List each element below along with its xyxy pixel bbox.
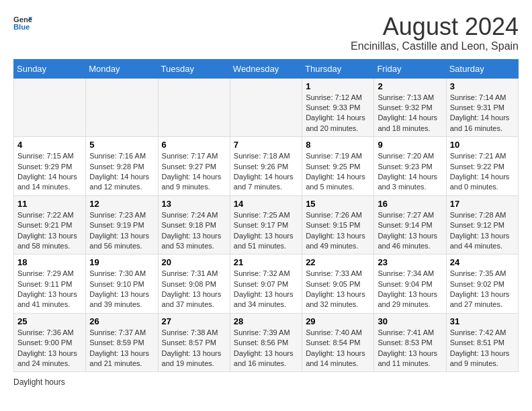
day-info: Sunrise: 7:27 AM Sunset: 9:14 PM Dayligh… [378, 210, 442, 252]
calendar-cell: 25Sunrise: 7:36 AM Sunset: 9:00 PM Dayli… [14, 313, 86, 372]
col-header-thursday: Thursday [302, 59, 374, 78]
day-info: Sunrise: 7:37 AM Sunset: 8:59 PM Dayligh… [89, 328, 154, 369]
day-number: 17 [450, 199, 515, 209]
col-header-friday: Friday [374, 59, 446, 78]
day-info: Sunrise: 7:23 AM Sunset: 9:19 PM Dayligh… [89, 210, 154, 252]
day-info: Sunrise: 7:20 AM Sunset: 9:23 PM Dayligh… [378, 151, 442, 193]
calendar-week-row: 4Sunrise: 7:15 AM Sunset: 9:29 PM Daylig… [14, 137, 519, 196]
day-info: Sunrise: 7:19 AM Sunset: 9:25 PM Dayligh… [306, 151, 370, 193]
calendar-cell [230, 78, 302, 137]
calendar-cell [14, 78, 86, 137]
col-header-sunday: Sunday [14, 59, 86, 78]
page-header: General Blue August 2024 Encinillas, Cas… [13, 13, 519, 52]
calendar-cell: 6Sunrise: 7:17 AM Sunset: 9:27 PM Daylig… [158, 137, 230, 196]
day-info: Sunrise: 7:13 AM Sunset: 9:32 PM Dayligh… [378, 93, 442, 134]
calendar-cell: 20Sunrise: 7:31 AM Sunset: 9:08 PM Dayli… [158, 255, 230, 314]
col-header-saturday: Saturday [446, 59, 518, 78]
col-header-wednesday: Wednesday [230, 59, 302, 78]
day-number: 22 [306, 257, 370, 267]
day-number: 15 [306, 199, 370, 209]
calendar-cell: 26Sunrise: 7:37 AM Sunset: 8:59 PM Dayli… [86, 313, 158, 372]
day-info: Sunrise: 7:39 AM Sunset: 8:56 PM Dayligh… [234, 328, 298, 369]
day-info: Sunrise: 7:24 AM Sunset: 9:18 PM Dayligh… [162, 210, 226, 252]
calendar-cell: 29Sunrise: 7:40 AM Sunset: 8:54 PM Dayli… [302, 313, 374, 372]
calendar-cell: 19Sunrise: 7:30 AM Sunset: 9:10 PM Dayli… [86, 255, 158, 314]
calendar-week-row: 25Sunrise: 7:36 AM Sunset: 9:00 PM Dayli… [14, 313, 519, 372]
day-info: Sunrise: 7:36 AM Sunset: 9:00 PM Dayligh… [17, 328, 82, 369]
day-info: Sunrise: 7:33 AM Sunset: 9:05 PM Dayligh… [306, 269, 370, 310]
calendar-cell: 10Sunrise: 7:21 AM Sunset: 9:22 PM Dayli… [446, 137, 518, 196]
day-info: Sunrise: 7:14 AM Sunset: 9:31 PM Dayligh… [450, 93, 515, 134]
day-number: 2 [378, 81, 442, 91]
day-number: 11 [17, 199, 82, 209]
day-number: 20 [162, 257, 226, 267]
day-number: 16 [378, 199, 442, 209]
calendar-cell: 5Sunrise: 7:16 AM Sunset: 9:28 PM Daylig… [86, 137, 158, 196]
day-number: 29 [306, 316, 370, 326]
day-number: 28 [234, 316, 298, 326]
calendar-cell: 15Sunrise: 7:26 AM Sunset: 9:15 PM Dayli… [302, 195, 374, 255]
calendar-cell: 12Sunrise: 7:23 AM Sunset: 9:19 PM Dayli… [86, 195, 158, 255]
day-number: 31 [450, 316, 515, 326]
day-number: 7 [234, 140, 298, 150]
calendar-cell: 30Sunrise: 7:41 AM Sunset: 8:53 PM Dayli… [374, 313, 446, 372]
svg-text:General: General [13, 15, 32, 24]
page-title: August 2024 [351, 13, 519, 40]
logo: General Blue [13, 13, 32, 32]
calendar-cell: 18Sunrise: 7:29 AM Sunset: 9:11 PM Dayli… [14, 255, 86, 314]
day-info: Sunrise: 7:29 AM Sunset: 9:11 PM Dayligh… [17, 269, 82, 310]
day-number: 25 [17, 316, 82, 326]
day-info: Sunrise: 7:35 AM Sunset: 9:02 PM Dayligh… [450, 269, 515, 310]
day-number: 21 [234, 257, 298, 267]
day-info: Sunrise: 7:42 AM Sunset: 8:51 PM Dayligh… [450, 328, 515, 369]
calendar-cell: 31Sunrise: 7:42 AM Sunset: 8:51 PM Dayli… [446, 313, 518, 372]
footer: Daylight hours [13, 377, 519, 387]
day-info: Sunrise: 7:38 AM Sunset: 8:57 PM Dayligh… [162, 328, 226, 369]
day-info: Sunrise: 7:28 AM Sunset: 9:12 PM Dayligh… [450, 210, 515, 252]
day-number: 6 [162, 140, 226, 150]
day-number: 4 [17, 140, 82, 150]
day-number: 19 [89, 257, 154, 267]
day-info: Sunrise: 7:18 AM Sunset: 9:26 PM Dayligh… [234, 151, 298, 193]
day-info: Sunrise: 7:34 AM Sunset: 9:04 PM Dayligh… [378, 269, 442, 310]
col-header-monday: Monday [86, 59, 158, 78]
day-number: 9 [378, 140, 442, 150]
col-header-tuesday: Tuesday [158, 59, 230, 78]
day-number: 3 [450, 81, 515, 91]
day-info: Sunrise: 7:31 AM Sunset: 9:08 PM Dayligh… [162, 269, 226, 310]
day-number: 13 [162, 199, 226, 209]
day-number: 18 [17, 257, 82, 267]
calendar-table: SundayMondayTuesdayWednesdayThursdayFrid… [13, 59, 519, 373]
day-number: 27 [162, 316, 226, 326]
calendar-cell: 9Sunrise: 7:20 AM Sunset: 9:23 PM Daylig… [374, 137, 446, 196]
day-info: Sunrise: 7:26 AM Sunset: 9:15 PM Dayligh… [306, 210, 370, 252]
calendar-week-row: 18Sunrise: 7:29 AM Sunset: 9:11 PM Dayli… [14, 255, 519, 314]
calendar-cell: 14Sunrise: 7:25 AM Sunset: 9:17 PM Dayli… [230, 195, 302, 255]
day-info: Sunrise: 7:17 AM Sunset: 9:27 PM Dayligh… [162, 151, 226, 193]
calendar-cell: 16Sunrise: 7:27 AM Sunset: 9:14 PM Dayli… [374, 195, 446, 255]
logo-icon: General Blue [13, 13, 32, 32]
day-number: 8 [306, 140, 370, 150]
calendar-cell: 27Sunrise: 7:38 AM Sunset: 8:57 PM Dayli… [158, 313, 230, 372]
day-number: 24 [450, 257, 515, 267]
calendar-cell [86, 78, 158, 137]
calendar-cell: 1Sunrise: 7:12 AM Sunset: 9:33 PM Daylig… [302, 78, 374, 137]
day-info: Sunrise: 7:21 AM Sunset: 9:22 PM Dayligh… [450, 151, 515, 193]
calendar-cell: 11Sunrise: 7:22 AM Sunset: 9:21 PM Dayli… [14, 195, 86, 255]
calendar-week-row: 11Sunrise: 7:22 AM Sunset: 9:21 PM Dayli… [14, 195, 519, 255]
calendar-cell: 23Sunrise: 7:34 AM Sunset: 9:04 PM Dayli… [374, 255, 446, 314]
calendar-header-row: SundayMondayTuesdayWednesdayThursdayFrid… [14, 59, 519, 78]
svg-text:Blue: Blue [13, 23, 30, 31]
daylight-label: Daylight hours [13, 377, 65, 387]
day-number: 30 [378, 316, 442, 326]
day-info: Sunrise: 7:41 AM Sunset: 8:53 PM Dayligh… [378, 328, 442, 369]
day-number: 10 [450, 140, 515, 150]
day-info: Sunrise: 7:16 AM Sunset: 9:28 PM Dayligh… [89, 151, 154, 193]
calendar-cell: 8Sunrise: 7:19 AM Sunset: 9:25 PM Daylig… [302, 137, 374, 196]
day-number: 23 [378, 257, 442, 267]
day-info: Sunrise: 7:22 AM Sunset: 9:21 PM Dayligh… [17, 210, 82, 252]
day-number: 5 [89, 140, 154, 150]
day-number: 12 [89, 199, 154, 209]
day-info: Sunrise: 7:30 AM Sunset: 9:10 PM Dayligh… [89, 269, 154, 310]
day-info: Sunrise: 7:40 AM Sunset: 8:54 PM Dayligh… [306, 328, 370, 369]
